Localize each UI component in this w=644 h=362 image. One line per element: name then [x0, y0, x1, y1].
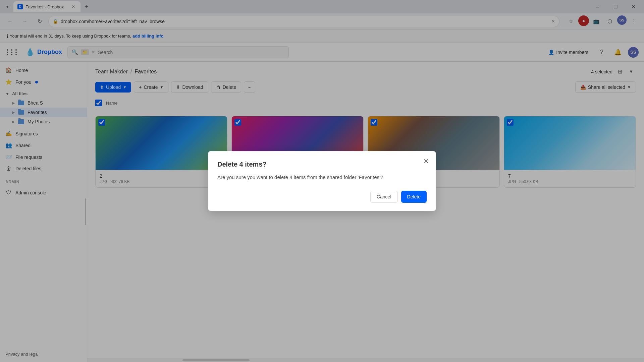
modal-title: Delete 4 items? [217, 161, 427, 168]
modal-cancel-button[interactable]: Cancel [370, 191, 398, 203]
modal-actions: Cancel Delete [217, 191, 427, 203]
delete-confirmation-modal: ✕ Delete 4 items? Are you sure you want … [208, 151, 436, 211]
modal-overlay[interactable]: ✕ Delete 4 items? Are you sure you want … [0, 0, 644, 362]
modal-delete-button[interactable]: Delete [401, 191, 427, 203]
modal-close-button[interactable]: ✕ [421, 157, 431, 166]
modal-body: Are you sure you want to delete 4 items … [217, 174, 427, 181]
